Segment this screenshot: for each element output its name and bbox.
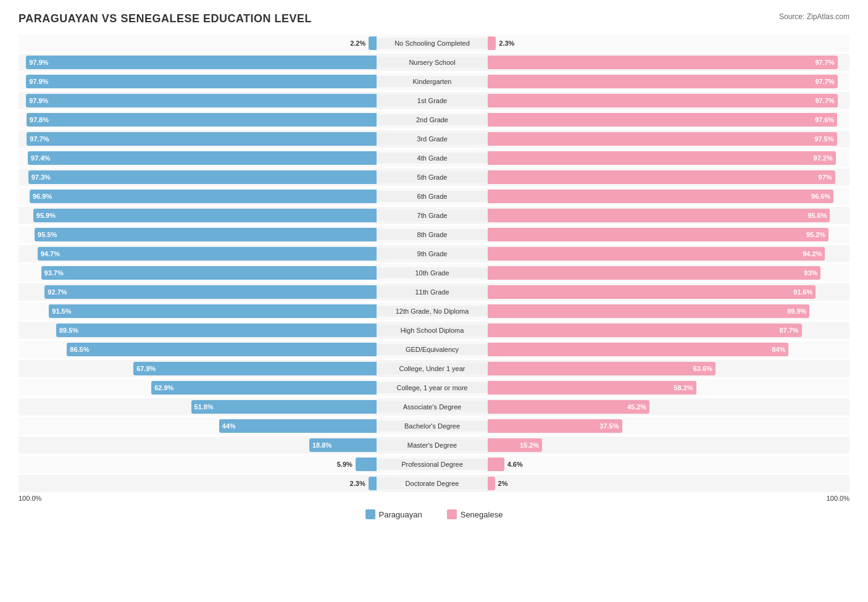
left-bar: 51.8% [191,400,377,414]
right-value-outside: 4.6% [507,461,523,468]
left-section: 92.7% [19,283,377,301]
right-value: 63.6% [693,365,712,372]
right-section: 15.2% [488,437,846,454]
legend-item-paraguayan: Paraguayan [365,509,422,519]
right-bar: 97.5% [488,132,837,146]
right-value: 97.2% [814,154,833,162]
left-value: 97.3% [31,173,51,181]
table-row: 18.8% Master's Degree 15.2% [19,437,849,454]
table-row: 92.7% 11th Grade 91.6% [19,283,849,301]
right-value: 84% [772,346,785,353]
left-bar: 97.9% [26,75,377,88]
right-value: 89.9% [787,307,806,315]
left-section: 5.9% [19,456,377,473]
table-row: 95.5% 8th Grade 95.2% [19,226,849,243]
right-bar: 96.6% [488,190,833,203]
table-row: 5.9% Professional Degree 4.6% [19,456,849,473]
right-bar: 89.9% [488,304,809,318]
right-value: 96.6% [811,193,830,200]
right-value: 97.7% [815,97,834,104]
table-row: 97.8% 2nd Grade 97.6% [19,111,849,128]
left-section: 97.4% [19,149,377,167]
right-value: 95.6% [807,212,827,219]
left-value: 96.9% [33,193,52,200]
table-row: 97.3% 5th Grade 97% [19,169,849,186]
center-label: No Schooling Completed [377,38,488,49]
right-bar: 97.7% [488,75,838,88]
left-bar: 95.5% [35,228,377,241]
right-section: 97.7% [488,92,846,109]
right-section: 96.6% [488,188,846,205]
left-bar: 95.9% [33,209,377,222]
left-value: 89.5% [59,327,78,334]
right-section: 95.6% [488,207,846,224]
right-section: 97.2% [488,149,846,167]
left-section: 97.9% [19,73,377,90]
left-section: 51.8% [19,398,377,416]
left-value: 62.9% [154,384,173,391]
left-value: 18.8% [312,441,332,449]
left-bar [369,477,377,490]
right-value: 97% [819,173,832,181]
left-section: 89.5% [19,322,377,339]
right-value: 91.6% [793,288,812,296]
left-section: 62.9% [19,379,377,396]
center-label: 11th Grade [377,286,488,298]
left-value: 91.5% [52,307,71,315]
left-value: 97.9% [29,78,48,85]
source-text: Source: ZipAtlas.com [779,12,849,21]
left-bar: 62.9% [151,381,377,395]
right-bar: 93% [488,266,820,280]
right-bar: 84% [488,343,788,356]
left-section: 97.9% [19,92,377,109]
center-label: Bachelor's Degree [377,420,488,432]
right-section: 91.6% [488,283,846,301]
right-value: 97.5% [814,135,833,143]
center-label: Associate's Degree [377,401,488,412]
center-label: 10th Grade [377,267,488,278]
center-label: 9th Grade [377,248,488,259]
right-section: 37.5% [488,417,846,435]
right-section: 97.7% [488,54,846,71]
right-value: 58.2% [674,384,693,391]
left-value-outside: 5.9% [337,461,353,468]
left-section: 2.2% [19,35,377,52]
right-bar: 87.7% [488,324,802,337]
left-bar: 92.7% [44,285,377,299]
left-section: 94.7% [19,245,377,262]
right-section: 94.2% [488,245,846,262]
left-value-outside: 2.2% [350,40,365,47]
left-value: 95.9% [36,212,56,219]
center-label: 5th Grade [377,172,488,183]
center-label: College, Under 1 year [377,363,488,374]
center-label: 7th Grade [377,210,488,221]
left-bar: 89.5% [56,324,377,337]
left-value: 92.7% [48,288,67,296]
left-bar [356,458,377,471]
right-bar [488,36,496,50]
center-label: Professional Degree [377,459,488,470]
right-bar: 58.2% [488,381,696,395]
left-bar: 97.3% [28,170,377,184]
bottom-right-label: 100.0% [827,495,849,502]
left-bar: 97.8% [27,113,377,127]
left-value: 95.5% [38,231,57,238]
table-row: 2.2% No Schooling Completed 2.3% [19,35,849,52]
table-row: 62.9% College, 1 year or more 58.2% [19,379,849,396]
left-bar: 44% [219,419,377,433]
left-bar: 86.5% [67,343,377,356]
table-row: 97.9% Nursery School 97.7% [19,54,849,71]
right-value: 97.6% [815,116,834,123]
right-section: 95.2% [488,226,846,243]
left-section: 86.5% [19,341,377,358]
left-section: 97.7% [19,130,377,148]
right-section: 97% [488,169,846,186]
right-section: 87.7% [488,322,846,339]
left-section: 67.9% [19,360,377,377]
legend-item-senegalese: Senegalese [447,509,503,519]
left-bar [369,36,377,50]
left-section: 95.9% [19,207,377,224]
table-row: 89.5% High School Diploma 87.7% [19,322,849,339]
right-bar: 63.6% [488,362,716,375]
right-bar: 97% [488,170,835,184]
